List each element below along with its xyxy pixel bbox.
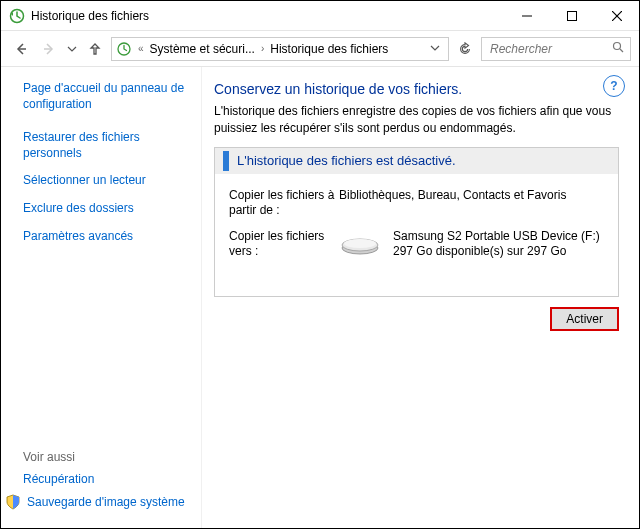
- search-input[interactable]: [488, 41, 608, 57]
- breadcrumb-sep: «: [136, 43, 146, 54]
- status-panel: L'historique des fichiers est désactivé.…: [214, 147, 619, 297]
- activate-button[interactable]: Activer: [550, 307, 619, 331]
- breadcrumb[interactable]: « Système et sécuri... › Historique des …: [111, 37, 449, 61]
- minimize-button[interactable]: [504, 1, 549, 31]
- breadcrumb-icon: [116, 41, 132, 57]
- sidebar-link-sysimage[interactable]: Sauvegarde d'image système: [5, 494, 193, 510]
- status-text: L'historique des fichiers est désactivé.: [237, 153, 456, 168]
- sidebar-link-recovery-label: Récupération: [23, 472, 94, 486]
- svg-line-9: [620, 49, 623, 52]
- copy-from-value: Bibliothèques, Bureau, Contacts et Favor…: [339, 188, 604, 219]
- chevron-right-icon: ›: [259, 43, 266, 54]
- sidebar: Page d'accueil du panneau de configurati…: [1, 67, 201, 528]
- nav-forward-button[interactable]: [37, 37, 61, 61]
- sidebar-link-home[interactable]: Page d'accueil du panneau de configurati…: [23, 81, 193, 112]
- nav-up-button[interactable]: [83, 37, 107, 61]
- nav-history-dropdown[interactable]: [65, 37, 79, 61]
- app-icon: [9, 8, 25, 24]
- destination-space: 297 Go disponible(s) sur 297 Go: [393, 244, 600, 260]
- status-accent-bar: [223, 151, 229, 171]
- svg-rect-2: [567, 11, 576, 20]
- content-area: ? Conservez un historique de vos fichier…: [201, 67, 639, 528]
- maximize-button[interactable]: [549, 1, 594, 31]
- window-title: Historique des fichiers: [31, 9, 149, 23]
- sidebar-link-recovery[interactable]: Récupération: [23, 472, 193, 486]
- breadcrumb-segment-2[interactable]: Historique des fichiers: [270, 42, 388, 56]
- title-bar: Historique des fichiers: [1, 1, 639, 31]
- svg-point-12: [344, 239, 376, 248]
- search-icon: [612, 41, 624, 56]
- sidebar-link-restore[interactable]: Restaurer des fichiers personnels: [23, 130, 193, 161]
- sidebar-link-exclude[interactable]: Exclure des dossiers: [23, 201, 193, 217]
- status-bar: L'historique des fichiers est désactivé.: [215, 148, 618, 174]
- destination-name: Samsung S2 Portable USB Device (F:): [393, 229, 600, 245]
- refresh-button[interactable]: [453, 37, 477, 61]
- see-also-heading: Voir aussi: [23, 450, 193, 464]
- sidebar-link-select-drive[interactable]: Sélectionner un lecteur: [23, 173, 193, 189]
- nav-back-button[interactable]: [9, 37, 33, 61]
- copy-to-value: Samsung S2 Portable USB Device (F:) 297 …: [339, 229, 604, 260]
- nav-bar: « Système et sécuri... › Historique des …: [1, 31, 639, 67]
- drive-icon: [339, 230, 381, 258]
- page-heading: Conservez un historique de vos fichiers.: [214, 81, 619, 97]
- search-box[interactable]: [481, 37, 631, 61]
- page-subtext: L'historique des fichiers enregistre des…: [214, 103, 619, 137]
- shield-icon: [5, 494, 21, 510]
- breadcrumb-segment-1[interactable]: Système et sécuri...: [150, 42, 255, 56]
- breadcrumb-dropdown[interactable]: [426, 43, 444, 55]
- close-button[interactable]: [594, 1, 639, 31]
- copy-from-label: Copier les fichiers à partir de :: [229, 188, 339, 219]
- help-button[interactable]: ?: [603, 75, 625, 97]
- svg-point-8: [614, 43, 621, 50]
- sidebar-link-sysimage-label: Sauvegarde d'image système: [27, 495, 185, 509]
- copy-to-label: Copier les fichiers vers :: [229, 229, 339, 260]
- sidebar-link-advanced[interactable]: Paramètres avancés: [23, 229, 193, 245]
